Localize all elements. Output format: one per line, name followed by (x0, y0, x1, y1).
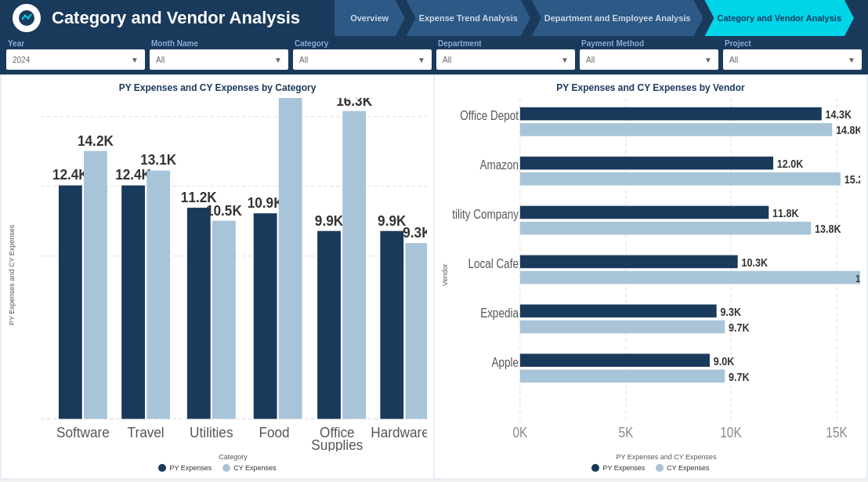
filter-department: Department All▼ (436, 39, 575, 70)
svg-text:10.5K: 10.5K (206, 202, 242, 218)
svg-text:10.3K: 10.3K (742, 255, 769, 270)
svg-text:Office Depot: Office Depot (460, 108, 519, 123)
svg-text:9.3K: 9.3K (721, 304, 742, 318)
svg-text:13.8K: 13.8K (815, 222, 841, 236)
filter-year: Year 2024▼ (6, 39, 145, 70)
tab-category-vendor[interactable]: Category and Vendor Analysis (704, 0, 854, 36)
bar-apple-py (520, 353, 710, 367)
bar-officedepot-cy (520, 123, 832, 136)
year-select[interactable]: 2024▼ (6, 49, 145, 70)
main-content: PY Expenses and CY Expenses by Category … (0, 74, 868, 480)
svg-text:Hardware: Hardware (371, 425, 427, 440)
svg-text:Expedia: Expedia (480, 306, 519, 321)
bar-utility-cy (520, 222, 811, 235)
svg-text:Amazon: Amazon (479, 158, 519, 172)
logo (13, 4, 41, 32)
bar-travel-py (121, 186, 145, 419)
svg-text:Software: Software (56, 425, 110, 440)
filter-category: Category All▼ (293, 39, 432, 70)
bar-utilities-py (187, 208, 211, 419)
nav-tabs: Overview Expense Trend Analysis Departme… (335, 0, 855, 36)
svg-text:11.8K: 11.8K (772, 206, 799, 220)
left-legend: PY Expenses CY Expenses (8, 464, 427, 472)
department-select[interactable]: All▼ (436, 49, 575, 70)
payment-select[interactable]: All▼ (580, 49, 718, 70)
bar-officedepot-py (520, 107, 822, 121)
svg-text:Utility Company: Utility Company (452, 207, 519, 222)
filter-month: Month Name All▼ (150, 39, 288, 70)
tab-expense-trend[interactable]: Expense Trend Analysis (407, 0, 530, 36)
bar-software-py (59, 186, 82, 419)
svg-text:9.7K: 9.7K (729, 321, 750, 335)
svg-point-0 (19, 10, 34, 26)
filter-payment: Payment Method All▼ (580, 39, 718, 70)
svg-text:14.3K: 14.3K (826, 107, 852, 121)
left-x-axis-title: Category (39, 453, 427, 461)
bar-utility-py (520, 206, 769, 219)
right-legend: PY Expenses CY Expenses (441, 464, 860, 472)
svg-text:9.3K: 9.3K (403, 225, 427, 241)
left-bar-chart-svg: 15K 10K 5K 0K 12.4K 14.2K Software (41, 98, 427, 451)
svg-text:17.2K: 17.2K (855, 273, 860, 284)
page-title: Category and Vendor Analysis (52, 8, 335, 28)
svg-text:Food: Food (259, 425, 289, 440)
legend-cy: CY Expenses (222, 464, 276, 472)
svg-text:9.7K: 9.7K (729, 370, 750, 384)
svg-text:10K: 10K (720, 424, 742, 441)
svg-text:10.9K: 10.9K (248, 195, 284, 211)
svg-point-2 (27, 17, 30, 20)
right-legend-cy: CY Expenses (656, 464, 709, 472)
right-panel: PY Expenses and CY Expenses by Vendor Ve… (435, 76, 866, 478)
svg-text:12.4K: 12.4K (52, 167, 89, 183)
right-chart-title: PY Expenses and CY Expenses by Vendor (441, 82, 860, 93)
bar-expedia-py (520, 304, 717, 317)
svg-text:14.2K: 14.2K (78, 132, 114, 148)
bar-utilities-cy (212, 221, 236, 419)
bar-hardware-py (380, 231, 403, 419)
right-bar-chart-svg: 0K 5K 10K 15K Office Depot 14.3K 14.8K A… (452, 98, 860, 451)
right-legend-cy-dot (656, 464, 664, 472)
svg-text:Local Cafe: Local Cafe (468, 256, 519, 271)
svg-text:12.0K: 12.0K (777, 157, 804, 171)
left-panel: PY Expenses and CY Expenses by Category … (2, 76, 433, 478)
legend-cy-dot (222, 464, 230, 472)
svg-text:Apple: Apple (491, 355, 519, 370)
month-select[interactable]: All▼ (150, 49, 288, 70)
svg-text:15K: 15K (826, 424, 848, 441)
svg-text:Utilities: Utilities (190, 425, 233, 440)
bar-amazon-cy (520, 172, 841, 186)
bar-localcafe-cy (520, 271, 860, 284)
bar-software-cy (84, 151, 107, 419)
svg-text:9.9K: 9.9K (315, 212, 344, 228)
svg-text:15.2K: 15.2K (844, 172, 860, 187)
left-chart-title: PY Expenses and CY Expenses by Category (8, 82, 427, 93)
bar-office-py (317, 231, 341, 419)
bar-hardware-cy (405, 243, 427, 419)
svg-text:14.8K: 14.8K (836, 123, 860, 137)
project-select[interactable]: All▼ (723, 49, 862, 70)
right-y-axis-label: Vendor (441, 98, 449, 451)
bar-expedia-cy (520, 321, 725, 334)
svg-text:Travel: Travel (128, 425, 165, 440)
bar-travel-cy (146, 171, 170, 419)
category-select[interactable]: All▼ (293, 49, 432, 70)
svg-text:9.0K: 9.0K (714, 353, 735, 368)
bar-localcafe-py (520, 255, 738, 269)
svg-text:0K: 0K (512, 424, 527, 441)
header: Category and Vendor Analysis Overview Ex… (0, 0, 868, 36)
svg-text:5K: 5K (618, 424, 633, 441)
bar-food-py (254, 213, 277, 419)
svg-text:Supplies: Supplies (311, 437, 363, 451)
svg-text:16.3K: 16.3K (336, 98, 372, 109)
right-legend-py-dot (591, 464, 599, 472)
svg-point-1 (24, 15, 27, 17)
right-legend-py: PY Expenses (591, 464, 645, 472)
right-x-axis-title: PY Expenses and CY Expenses (472, 453, 860, 461)
bar-apple-cy (520, 370, 725, 383)
bar-office-cy (342, 111, 366, 419)
svg-text:12.4K: 12.4K (115, 167, 151, 183)
svg-text:13.1K: 13.1K (140, 152, 176, 168)
tab-overview[interactable]: Overview (335, 0, 405, 36)
tab-department[interactable]: Department and Employee Analysis (532, 0, 703, 36)
filters-bar: Year 2024▼ Month Name All▼ Category All▼… (0, 36, 868, 74)
